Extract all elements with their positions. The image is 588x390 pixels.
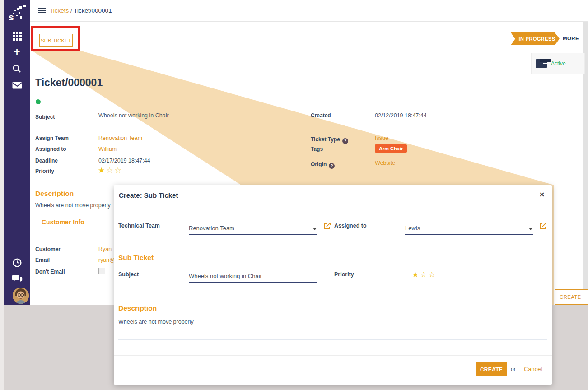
field-assign-team-label: Assign Team <box>35 135 69 141</box>
help-icon: ? <box>329 163 335 169</box>
notebook-divider <box>552 284 588 284</box>
envelope-icon[interactable] <box>4 79 30 91</box>
technical-team-label: Technical Team <box>118 223 160 229</box>
chat-icon[interactable] <box>4 273 30 285</box>
dont-email-checkbox[interactable] <box>98 268 105 274</box>
more-dropdown-active-item[interactable]: Active <box>531 53 585 74</box>
priority-label: Priority <box>334 271 354 278</box>
field-email-label: Email <box>35 257 50 263</box>
chat-glyph <box>12 275 23 283</box>
modal-divider <box>118 339 547 340</box>
clock-icon[interactable] <box>4 257 30 269</box>
or-text: or <box>511 366 516 372</box>
search-glyph <box>12 64 22 74</box>
tab-customer-info[interactable]: Customer Info <box>42 218 84 226</box>
external-link-icon[interactable] <box>323 222 331 230</box>
plus-icon[interactable]: + <box>4 46 30 58</box>
assigned-to-input[interactable] <box>405 225 533 232</box>
help-icon: ? <box>342 138 348 144</box>
star-empty[interactable]: ☆ <box>420 270 428 279</box>
apps-grid-icon[interactable] <box>4 30 30 42</box>
description-text: Wheels are not move properly <box>35 202 111 209</box>
field-created-value: 02/12/2019 18:47:44 <box>375 112 427 119</box>
field-dont-email-label: Don't Email <box>35 269 65 275</box>
field-ticket-type-value[interactable]: Issue <box>375 135 388 141</box>
field-assigned-to-value[interactable]: William <box>98 146 117 152</box>
description-heading: Description <box>35 190 74 198</box>
field-customer-label: Customer <box>35 246 61 252</box>
tab-underline <box>30 231 114 231</box>
status-dot <box>36 99 41 104</box>
sub-ticket-button[interactable]: SUB TICKET <box>39 34 73 47</box>
page-title: Ticket/000001 <box>35 77 103 89</box>
chevron-down-icon[interactable] <box>313 228 317 230</box>
background-create-button[interactable]: CREATE <box>555 289 588 305</box>
field-deadline-label: Deadline <box>35 158 58 164</box>
star-empty[interactable]: ☆ <box>429 270 437 279</box>
tag-chip-arm-chair: Arm Chair <box>375 144 407 153</box>
subject-input-field[interactable] <box>189 272 317 283</box>
cancel-link[interactable]: Cancel <box>524 366 542 372</box>
grid-glyph <box>13 32 22 41</box>
assigned-to-select[interactable] <box>405 224 533 235</box>
envelope-glyph <box>12 82 22 89</box>
field-customer-value[interactable]: Ryan <box>98 246 112 252</box>
modal-description-text: Wheels are not move properly <box>118 319 194 325</box>
modal-description-heading: Description <box>118 304 157 312</box>
star-filled[interactable]: ★ <box>98 166 106 175</box>
external-link-icon[interactable] <box>539 222 547 230</box>
sidebar: s + <box>4 0 30 305</box>
active-label: Active <box>551 60 566 67</box>
avatar-image <box>13 288 29 304</box>
user-avatar[interactable] <box>13 288 29 304</box>
field-ticket-type-label: Ticket Type? <box>311 135 348 144</box>
create-sub-ticket-modal: Create: Sub Ticket ✕ Technical Team Assi… <box>114 185 552 385</box>
field-email-value[interactable]: ryan@ <box>98 257 115 263</box>
technical-team-input[interactable] <box>189 225 317 232</box>
search-icon[interactable] <box>4 63 30 74</box>
subject-label: Subject <box>118 271 139 278</box>
field-tags-value: Arm Chair <box>375 144 407 153</box>
field-origin-label: Origin? <box>311 160 335 169</box>
app-root: s + <box>0 0 588 390</box>
field-origin-value[interactable]: Website <box>375 160 395 166</box>
star-empty[interactable]: ☆ <box>115 166 123 175</box>
priority-stars[interactable]: ★☆☆ <box>98 166 123 175</box>
modal-header: Create: Sub Ticket ✕ <box>114 185 552 205</box>
field-priority-label: Priority <box>35 168 54 174</box>
field-tags-label: Tags <box>311 146 323 152</box>
field-assign-team-value[interactable]: Renovation Team <box>98 135 142 141</box>
create-button[interactable]: CREATE <box>476 362 507 376</box>
sub-ticket-section-heading: Sub Ticket <box>118 254 154 262</box>
technical-team-select[interactable] <box>189 224 317 235</box>
archive-box-icon <box>536 59 547 68</box>
field-subject: Subject <box>35 112 55 121</box>
field-deadline-value: 02/17/2019 18:47:44 <box>98 158 150 164</box>
field-assigned-to-label: Assigned to <box>35 146 66 152</box>
field-label: Subject <box>35 114 55 120</box>
assigned-to-label: Assigned to <box>334 223 367 229</box>
close-icon[interactable]: ✕ <box>539 191 545 198</box>
app-logo[interactable]: s <box>6 4 27 23</box>
subject-input[interactable] <box>189 273 317 279</box>
chevron-down-icon[interactable] <box>529 228 532 230</box>
star-filled[interactable]: ★ <box>412 270 420 279</box>
star-empty[interactable]: ☆ <box>106 166 114 175</box>
field-created-label: Created <box>311 112 331 119</box>
modal-priority-stars[interactable]: ★☆☆ <box>412 270 437 279</box>
clock-glyph <box>13 258 22 267</box>
modal-title: Create: Sub Ticket <box>119 191 178 199</box>
modal-footer-divider <box>114 355 552 356</box>
field-subject-value: Wheels not working in Chair <box>98 112 169 119</box>
annotation-highlight-box: SUB TICKET <box>31 26 80 51</box>
plus-glyph: + <box>14 47 20 56</box>
